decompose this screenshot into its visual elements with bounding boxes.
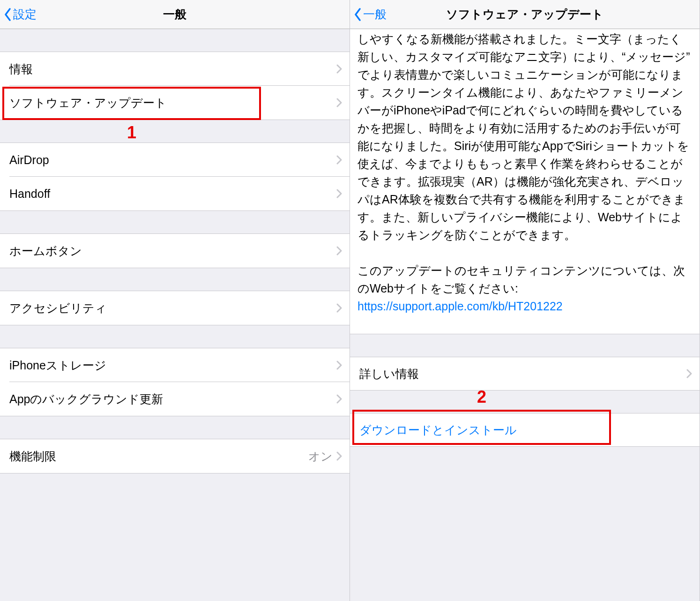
chevron-right-icon <box>336 155 342 165</box>
cell-iphone-storage[interactable]: iPhoneストレージ <box>0 348 350 382</box>
spacer <box>0 211 350 233</box>
general-settings-panel: 設定 一般 情報 ソフトウェア・アップデート AirDrop Handoff <box>0 0 350 601</box>
group-restrictions: 機能制限 オン <box>0 439 350 473</box>
back-label: 設定 <box>13 7 37 22</box>
navbar-left: 設定 一般 <box>0 0 350 29</box>
cell-label: 情報 <box>9 61 336 77</box>
cell-handoff[interactable]: Handoff <box>0 177 350 210</box>
cell-restrictions[interactable]: 機能制限 オン <box>0 439 350 473</box>
cell-label: AirDrop <box>9 153 336 167</box>
spacer <box>0 325 350 348</box>
cell-value: オン <box>308 449 333 464</box>
spacer <box>350 334 700 357</box>
description-footer: このアップデートのセキュリティコンテンツについては、次のWebサイトをご覧くださ… <box>357 264 685 295</box>
cell-label: 機能制限 <box>9 449 308 464</box>
back-button-general[interactable]: 一般 <box>354 7 387 22</box>
cell-software-update[interactable]: ソフトウェア・アップデート <box>0 86 350 120</box>
cell-more-info[interactable]: 詳しい情報 <box>350 357 700 391</box>
spacer <box>0 268 350 291</box>
chevron-right-icon <box>336 303 342 313</box>
chevron-right-icon <box>336 64 342 74</box>
group-home-button: ホームボタン <box>0 233 350 268</box>
action-label: ダウンロードとインストール <box>359 422 517 438</box>
spacer <box>0 120 350 143</box>
chevron-right-icon <box>336 361 342 370</box>
security-link[interactable]: https://support.apple.com/kb/HT201222 <box>357 300 563 313</box>
chevron-right-icon <box>336 98 342 107</box>
software-update-panel: 一般 ソフトウェア・アップデート しやすくなる新機能が搭載されました。ミー文字（… <box>350 0 700 601</box>
page-title-software-update: ソフトウェア・アップデート <box>350 7 700 22</box>
back-button-settings[interactable]: 設定 <box>4 7 37 22</box>
back-label: 一般 <box>363 7 387 22</box>
cell-home-button[interactable]: ホームボタン <box>0 234 350 268</box>
cell-label: 詳しい情報 <box>359 366 686 382</box>
chevron-right-icon <box>336 451 342 461</box>
navbar-right: 一般 ソフトウェア・アップデート <box>350 0 700 29</box>
cell-label: iPhoneストレージ <box>9 358 336 373</box>
group-about-update: 情報 ソフトウェア・アップデート <box>0 52 350 120</box>
group-airdrop-handoff: AirDrop Handoff <box>0 143 350 211</box>
cell-label: アクセシビリティ <box>9 300 336 316</box>
spacer <box>0 29 350 52</box>
cell-accessibility[interactable]: アクセシビリティ <box>0 291 350 325</box>
cell-airdrop[interactable]: AirDrop <box>0 143 350 177</box>
chevron-left-icon <box>354 8 362 22</box>
spacer <box>0 416 350 439</box>
page-title-general: 一般 <box>0 7 350 22</box>
chevron-right-icon <box>336 189 342 198</box>
download-install-button[interactable]: ダウンロードとインストール <box>350 413 700 447</box>
right-content: しやすくなる新機能が搭載されました。ミー文字（まったく新しい、カスタマイズ可能な… <box>350 29 700 601</box>
cell-label: ソフトウェア・アップデート <box>9 95 336 111</box>
cell-label: Handoff <box>9 187 336 201</box>
chevron-right-icon <box>336 246 342 255</box>
left-content: 情報 ソフトウェア・アップデート AirDrop Handoff ホームボタン <box>0 29 350 601</box>
cell-background-refresh[interactable]: Appのバックグラウンド更新 <box>0 382 350 416</box>
cell-label: ホームボタン <box>9 243 336 259</box>
chevron-right-icon <box>686 369 692 378</box>
cell-about[interactable]: 情報 <box>0 52 350 86</box>
chevron-right-icon <box>336 394 342 404</box>
spacer <box>350 391 700 413</box>
cell-label: Appのバックグラウンド更新 <box>9 391 336 407</box>
description-text: しやすくなる新機能が搭載されました。ミー文字（まったく新しい、カスタマイズ可能な… <box>357 32 690 241</box>
group-storage: iPhoneストレージ Appのバックグラウンド更新 <box>0 348 350 416</box>
chevron-left-icon <box>4 8 12 22</box>
group-accessibility: アクセシビリティ <box>0 291 350 325</box>
update-description: しやすくなる新機能が搭載されました。ミー文字（まったく新しい、カスタマイズ可能な… <box>350 29 700 334</box>
